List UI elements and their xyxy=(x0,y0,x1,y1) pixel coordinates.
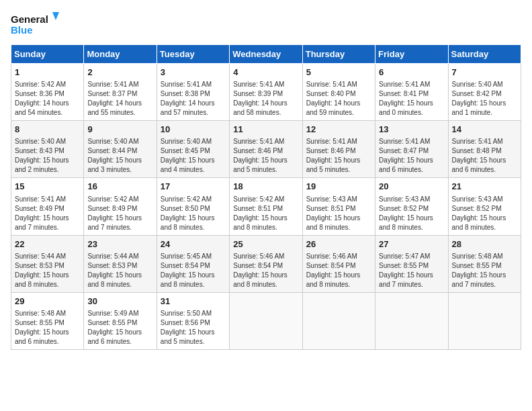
day-info: Sunrise: 5:43 AMSunset: 8:52 PMDaylight:… xyxy=(452,195,517,232)
day-number: 18 xyxy=(233,181,298,193)
svg-marker-2 xyxy=(52,12,59,20)
day-info: Sunrise: 5:41 AMSunset: 8:46 PMDaylight:… xyxy=(306,137,371,175)
day-info: Sunrise: 5:41 AMSunset: 8:46 PMDaylight:… xyxy=(233,137,298,175)
day-info: Sunrise: 5:42 AMSunset: 8:50 PMDaylight:… xyxy=(161,195,226,232)
calendar-cell: 21Sunrise: 5:43 AMSunset: 8:52 PMDayligh… xyxy=(448,178,521,235)
day-number: 25 xyxy=(233,238,298,250)
calendar-cell: 1Sunrise: 5:42 AMSunset: 8:36 PMDaylight… xyxy=(11,64,84,121)
day-number: 13 xyxy=(379,124,444,136)
day-number: 3 xyxy=(161,66,226,79)
day-info: Sunrise: 5:47 AMSunset: 8:55 PMDaylight:… xyxy=(379,252,444,289)
day-header-wednesday: Wednesday xyxy=(230,45,302,64)
svg-text:Blue: Blue xyxy=(11,24,33,36)
day-number: 11 xyxy=(233,124,298,136)
day-info: Sunrise: 5:41 AMSunset: 8:41 PMDaylight:… xyxy=(379,80,444,118)
day-number: 2 xyxy=(87,66,152,79)
calendar-cell xyxy=(302,292,375,349)
day-number: 20 xyxy=(379,181,444,193)
calendar-week-row: 29Sunrise: 5:48 AMSunset: 8:55 PMDayligh… xyxy=(11,292,521,349)
day-number: 19 xyxy=(306,181,371,193)
day-number: 10 xyxy=(161,124,226,136)
calendar-cell: 5Sunrise: 5:41 AMSunset: 8:40 PMDaylight… xyxy=(302,64,375,121)
day-header-monday: Monday xyxy=(84,45,157,64)
day-info: Sunrise: 5:41 AMSunset: 8:49 PMDaylight:… xyxy=(15,195,80,232)
day-number: 17 xyxy=(161,181,226,193)
calendar-cell: 19Sunrise: 5:43 AMSunset: 8:51 PMDayligh… xyxy=(302,178,375,235)
day-info: Sunrise: 5:40 AMSunset: 8:42 PMDaylight:… xyxy=(452,80,517,118)
calendar-cell: 16Sunrise: 5:42 AMSunset: 8:49 PMDayligh… xyxy=(84,178,157,235)
day-number: 31 xyxy=(161,295,226,308)
day-info: Sunrise: 5:46 AMSunset: 8:54 PMDaylight:… xyxy=(233,252,298,289)
calendar-cell xyxy=(448,292,521,349)
day-info: Sunrise: 5:40 AMSunset: 8:43 PMDaylight:… xyxy=(15,137,80,175)
day-info: Sunrise: 5:41 AMSunset: 8:39 PMDaylight:… xyxy=(233,80,298,118)
day-number: 12 xyxy=(306,124,371,136)
day-info: Sunrise: 5:41 AMSunset: 8:47 PMDaylight:… xyxy=(379,137,444,175)
day-number: 14 xyxy=(452,124,517,136)
calendar-header-row: SundayMondayTuesdayWednesdayThursdayFrid… xyxy=(11,45,521,64)
day-number: 15 xyxy=(15,181,80,193)
calendar-week-row: 1Sunrise: 5:42 AMSunset: 8:36 PMDaylight… xyxy=(11,64,521,121)
day-info: Sunrise: 5:44 AMSunset: 8:53 PMDaylight:… xyxy=(15,252,80,289)
calendar-week-row: 15Sunrise: 5:41 AMSunset: 8:49 PMDayligh… xyxy=(11,178,521,235)
calendar-cell: 4Sunrise: 5:41 AMSunset: 8:39 PMDaylight… xyxy=(230,64,302,121)
calendar-cell: 18Sunrise: 5:42 AMSunset: 8:51 PMDayligh… xyxy=(230,178,302,235)
day-header-friday: Friday xyxy=(375,45,448,64)
day-info: Sunrise: 5:40 AMSunset: 8:45 PMDaylight:… xyxy=(161,137,226,175)
calendar-cell xyxy=(375,292,448,349)
calendar-cell: 3Sunrise: 5:41 AMSunset: 8:38 PMDaylight… xyxy=(157,64,229,121)
day-info: Sunrise: 5:42 AMSunset: 8:36 PMDaylight:… xyxy=(15,80,80,118)
day-number: 1 xyxy=(15,66,80,79)
logo-svg: GeneralBlue xyxy=(11,11,64,38)
day-info: Sunrise: 5:49 AMSunset: 8:55 PMDaylight:… xyxy=(87,309,152,347)
day-info: Sunrise: 5:50 AMSunset: 8:56 PMDaylight:… xyxy=(161,309,226,347)
day-info: Sunrise: 5:42 AMSunset: 8:51 PMDaylight:… xyxy=(233,195,298,232)
calendar-cell: 6Sunrise: 5:41 AMSunset: 8:41 PMDaylight… xyxy=(375,64,448,121)
calendar-cell: 11Sunrise: 5:41 AMSunset: 8:46 PMDayligh… xyxy=(230,121,302,178)
day-info: Sunrise: 5:44 AMSunset: 8:53 PMDaylight:… xyxy=(87,252,152,289)
calendar-cell: 25Sunrise: 5:46 AMSunset: 8:54 PMDayligh… xyxy=(230,235,302,292)
calendar-week-row: 22Sunrise: 5:44 AMSunset: 8:53 PMDayligh… xyxy=(11,235,521,292)
day-info: Sunrise: 5:41 AMSunset: 8:48 PMDaylight:… xyxy=(452,137,517,175)
calendar-week-row: 8Sunrise: 5:40 AMSunset: 8:43 PMDaylight… xyxy=(11,121,521,178)
day-number: 27 xyxy=(379,238,444,250)
calendar-cell: 22Sunrise: 5:44 AMSunset: 8:53 PMDayligh… xyxy=(11,235,84,292)
calendar-cell: 2Sunrise: 5:41 AMSunset: 8:37 PMDaylight… xyxy=(84,64,157,121)
calendar-cell: 14Sunrise: 5:41 AMSunset: 8:48 PMDayligh… xyxy=(448,121,521,178)
calendar-cell: 15Sunrise: 5:41 AMSunset: 8:49 PMDayligh… xyxy=(11,178,84,235)
calendar-cell: 26Sunrise: 5:46 AMSunset: 8:54 PMDayligh… xyxy=(302,235,375,292)
calendar-cell: 30Sunrise: 5:49 AMSunset: 8:55 PMDayligh… xyxy=(84,292,157,349)
day-number: 21 xyxy=(452,181,517,193)
day-info: Sunrise: 5:43 AMSunset: 8:52 PMDaylight:… xyxy=(379,195,444,232)
day-info: Sunrise: 5:41 AMSunset: 8:40 PMDaylight:… xyxy=(306,80,371,118)
day-info: Sunrise: 5:41 AMSunset: 8:37 PMDaylight:… xyxy=(87,80,152,118)
calendar-cell: 20Sunrise: 5:43 AMSunset: 8:52 PMDayligh… xyxy=(375,178,448,235)
day-number: 23 xyxy=(87,238,152,250)
calendar-cell xyxy=(230,292,302,349)
day-info: Sunrise: 5:41 AMSunset: 8:38 PMDaylight:… xyxy=(161,80,226,118)
calendar-cell: 17Sunrise: 5:42 AMSunset: 8:50 PMDayligh… xyxy=(157,178,229,235)
calendar-cell: 7Sunrise: 5:40 AMSunset: 8:42 PMDaylight… xyxy=(448,64,521,121)
day-number: 8 xyxy=(15,124,80,136)
calendar-cell: 24Sunrise: 5:45 AMSunset: 8:54 PMDayligh… xyxy=(157,235,229,292)
calendar-cell: 12Sunrise: 5:41 AMSunset: 8:46 PMDayligh… xyxy=(302,121,375,178)
day-number: 30 xyxy=(87,295,152,308)
calendar-cell: 13Sunrise: 5:41 AMSunset: 8:47 PMDayligh… xyxy=(375,121,448,178)
day-number: 24 xyxy=(161,238,226,250)
day-number: 9 xyxy=(87,124,152,136)
day-info: Sunrise: 5:45 AMSunset: 8:54 PMDaylight:… xyxy=(161,252,226,289)
day-number: 16 xyxy=(87,181,152,193)
day-number: 28 xyxy=(452,238,517,250)
calendar-cell: 29Sunrise: 5:48 AMSunset: 8:55 PMDayligh… xyxy=(11,292,84,349)
svg-text:General: General xyxy=(11,13,48,25)
day-number: 5 xyxy=(306,66,371,79)
day-info: Sunrise: 5:42 AMSunset: 8:49 PMDaylight:… xyxy=(87,195,152,232)
calendar-cell: 8Sunrise: 5:40 AMSunset: 8:43 PMDaylight… xyxy=(11,121,84,178)
day-header-saturday: Saturday xyxy=(448,45,521,64)
calendar-cell: 23Sunrise: 5:44 AMSunset: 8:53 PMDayligh… xyxy=(84,235,157,292)
calendar-cell: 9Sunrise: 5:40 AMSunset: 8:44 PMDaylight… xyxy=(84,121,157,178)
day-info: Sunrise: 5:48 AMSunset: 8:55 PMDaylight:… xyxy=(15,309,80,347)
day-number: 26 xyxy=(306,238,371,250)
day-number: 4 xyxy=(233,66,298,79)
day-header-thursday: Thursday xyxy=(302,45,375,64)
